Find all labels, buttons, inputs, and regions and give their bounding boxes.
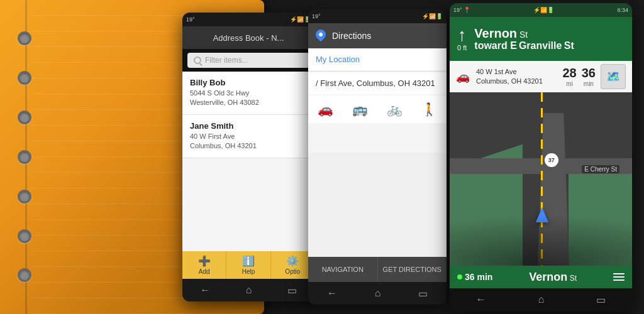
up-arrow-icon: ↑ [458, 26, 467, 44]
toward-street-info: toward E Granville St [474, 40, 625, 51]
home-icon-1[interactable]: ⌂ [246, 284, 252, 296]
from-field[interactable]: My Location [308, 48, 447, 70]
driving-mode-icon: 🚗 [456, 70, 470, 84]
recent-icon-2[interactable]: ▭ [418, 288, 428, 300]
status-icons-2: ⚡📶🔋 [422, 13, 443, 19]
walk-mode-icon[interactable]: 🚶 [421, 102, 437, 117]
status-left-2: 19° [312, 13, 321, 19]
phone1-nav-bar: ← ⌂ ▭ [182, 279, 314, 301]
directions-title-bar: Directions [308, 23, 447, 48]
add-button[interactable]: ➕ Add [182, 251, 226, 279]
phone3-nav-bar: ← ⌂ ▭ [450, 288, 632, 311]
nav-street-info: Vernon St toward E Granville St [474, 26, 625, 51]
navigation-button[interactable]: NAVIGATION [308, 257, 378, 282]
get-directions-button[interactable]: GET DIRECTIONS [378, 257, 447, 282]
nav-time: 6:34 [617, 7, 628, 13]
phone-directions: 19° ⚡📶🔋 Directions My Location / First A… [308, 9, 447, 305]
status-bar-2: 19° ⚡📶🔋 [308, 9, 447, 23]
contact-list: Billy Bob 5044 S Old 3c Hwy Westerville,… [182, 72, 314, 251]
transport-mode-bar: 🚗 🚌 🚲 🚶 [308, 95, 447, 123]
phone-navigation: 19° 📍 ⚡📶🔋 6:34 ↑ 0 ft Vernon St toward [450, 3, 632, 311]
contact-addr2-line1: 40 W First Ave [190, 132, 307, 141]
search-placeholder: Filter items... [205, 56, 248, 65]
contact-addr1-line1: 5044 S Old 3c Hwy [190, 89, 307, 98]
phone1-title: Address Book - N... [182, 26, 314, 49]
current-street-name: Vernon St [474, 26, 625, 40]
contact-name-2: Jane Smith [190, 121, 307, 131]
help-button[interactable]: ℹ️ Help [226, 251, 270, 279]
ring-2 [18, 71, 31, 85]
back-icon-1[interactable]: ← [200, 284, 210, 296]
ring-3 [18, 111, 31, 124]
distance-stat: 28 mi [563, 66, 577, 87]
recent-icon-3[interactable]: ▭ [596, 294, 606, 306]
ring-1 [18, 31, 31, 45]
filter-search-bar[interactable]: Filter items... [187, 53, 309, 68]
back-icon-3[interactable]: ← [476, 294, 486, 305]
recent-icon-1[interactable]: ▭ [287, 284, 297, 296]
eta-dot [457, 274, 462, 279]
bottom-street-name: Vernon St [529, 271, 577, 284]
menu-line-3 [613, 279, 625, 281]
help-label: Help [242, 268, 255, 275]
home-icon-2[interactable]: ⌂ [375, 288, 381, 299]
contact-addr1-line2: Westerville, OH 43082 [190, 98, 307, 107]
directions-action-bar: NAVIGATION GET DIRECTIONS [308, 257, 447, 282]
phones-container: 19° ⚡📶🔋 Address Book - N... Filter items… [182, 0, 632, 314]
ring-6 [18, 229, 31, 243]
menu-line-2 [613, 276, 625, 278]
route-number-badge: 37 [545, 153, 558, 167]
ring-5 [18, 190, 31, 203]
contact-name-1: Billy Bob [190, 78, 307, 87]
nav-turn-header: ↑ 0 ft Vernon St toward E Granville St [450, 17, 632, 61]
nav-stats: 28 mi 36 min 🗺️ [563, 64, 626, 89]
directions-form: My Location / First Ave, Columbus, OH 43… [308, 48, 447, 153]
contact-addr2-line2: Columbus, OH 43201 [190, 141, 307, 151]
map-street-label: E Cherry St [582, 165, 619, 173]
eta-display: 36 min [457, 272, 492, 282]
contact-billy-bob[interactable]: Billy Bob 5044 S Old 3c Hwy Westerville,… [182, 72, 314, 115]
ring-4 [18, 150, 31, 164]
nav-status-left: 19° 📍 [453, 7, 470, 13]
map-thumbnail[interactable]: 🗺️ [601, 64, 626, 89]
help-icon: ℹ️ [242, 255, 255, 267]
turn-direction-box: ↑ 0 ft [457, 26, 467, 51]
bike-mode-icon[interactable]: 🚲 [387, 102, 402, 117]
menu-line-1 [613, 273, 625, 274]
to-field[interactable]: / First Ave, Columbus, OH 43201 [308, 72, 447, 94]
navigation-map[interactable]: E Cherry St 37 [450, 92, 632, 266]
home-icon-3[interactable]: ⌂ [538, 294, 545, 305]
nav-route-info-bar: 🚗 40 W 1st Ave Columbus, OH 43201 28 mi … [450, 61, 632, 92]
back-icon-2[interactable]: ← [327, 288, 337, 299]
options-icon: ⚙️ [286, 255, 299, 267]
options-label: Optio [285, 268, 300, 275]
duration-stat: 36 min [582, 66, 596, 87]
nav-distance-text: 0 ft [457, 44, 467, 51]
status-bar-1: 19° ⚡📶🔋 [182, 13, 314, 26]
phone2-nav-bar: ← ⌂ ▭ [308, 282, 447, 305]
phone1-bottom-bar: ➕ Add ℹ️ Help ⚙️ Optio [182, 251, 314, 279]
directions-title-text: Directions [332, 31, 371, 41]
contact-jane-smith[interactable]: Jane Smith 40 W First Ave Columbus, OH 4… [182, 115, 314, 158]
phone-address-book: 19° ⚡📶🔋 Address Book - N... Filter items… [182, 13, 314, 301]
nav-status-bar: 19° 📍 ⚡📶🔋 6:34 [450, 3, 632, 17]
drive-mode-icon[interactable]: 🚗 [318, 102, 333, 117]
add-icon: ➕ [198, 255, 211, 267]
nav-status-icons: ⚡📶🔋 [533, 7, 554, 13]
destination-address: 40 W 1st Ave Columbus, OH 43201 [476, 67, 557, 87]
status-left-1: 19° [186, 16, 195, 23]
nav-bottom-bar: 36 min Vernon St [450, 266, 632, 288]
perspective-overlay [450, 215, 632, 266]
notebook-rings [18, 0, 31, 314]
transit-mode-icon[interactable]: 🚌 [352, 102, 368, 117]
hamburger-menu-icon[interactable] [613, 273, 625, 281]
contact-list-area: Billy Bob 5044 S Old 3c Hwy Westerville,… [182, 72, 314, 251]
ring-7 [18, 268, 31, 282]
add-label: Add [199, 268, 210, 275]
search-icon [194, 57, 201, 64]
